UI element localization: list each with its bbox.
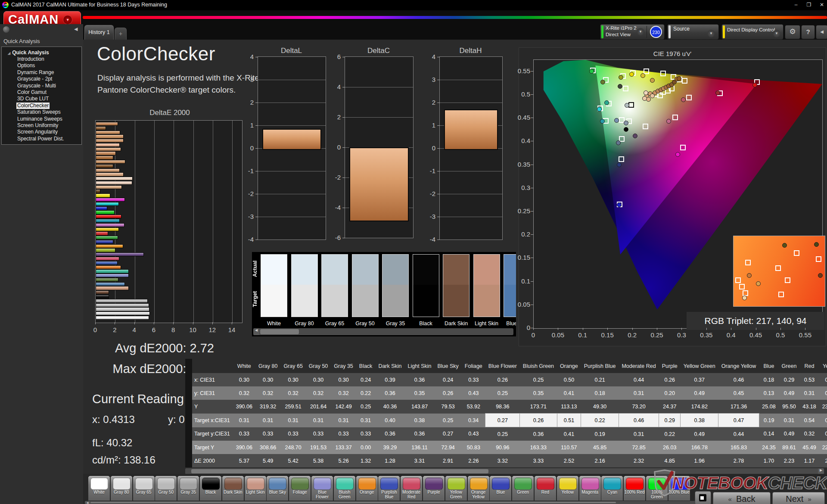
- chevron-down-icon[interactable]: ▼: [773, 30, 780, 37]
- legend-item-light-skin[interactable]: Light Skin: [245, 476, 266, 501]
- cell-target-x-cie31-purplish-blue[interactable]: 0.22: [581, 414, 619, 427]
- tab-history-1[interactable]: History 1: [84, 25, 114, 40]
- table-scrollbar[interactable]: ▶: [185, 468, 824, 474]
- tree-expander-icon[interactable]: ◢: [8, 51, 10, 55]
- sidebar-item-screen-uniformity[interactable]: Screen Uniformity: [16, 122, 59, 129]
- legend-chip: [470, 478, 488, 490]
- logo-dropdown-icon[interactable]: ▼: [63, 15, 72, 25]
- legend-item-blue-sky[interactable]: Blue Sky: [267, 476, 288, 501]
- cell-y-bluish-green: 173.71: [520, 400, 557, 414]
- tick-mark: [780, 328, 781, 330]
- minimize-icon[interactable]: –: [790, 0, 802, 10]
- legend-item-yellow[interactable]: Yellow: [557, 476, 578, 501]
- reading-x: x: 0.4313: [92, 414, 135, 426]
- patch-target: [261, 285, 287, 317]
- source-dropdown[interactable]: Source ▼: [667, 24, 719, 40]
- legend-item-blue-flower[interactable]: Blue Flower: [311, 476, 333, 501]
- swatch-scrollbar[interactable]: ◀: [253, 328, 513, 335]
- record-dot-icon[interactable]: [3, 26, 9, 33]
- sidebar-item-luminance-sweeps[interactable]: Luminance Sweeps: [16, 116, 63, 122]
- maximize-icon[interactable]: ❐: [803, 0, 815, 10]
- cell-target-x-cie31-purple[interactable]: 0.29: [659, 414, 681, 427]
- legend-item-white[interactable]: White: [88, 476, 110, 501]
- legend-item-green[interactable]: Green: [512, 476, 534, 501]
- cell-target-x-cie31-moderate-red[interactable]: 0.46: [619, 414, 659, 427]
- sidebar-item-grayscale-multi[interactable]: Grayscale - Multi: [16, 83, 57, 89]
- legend-item-gray-65[interactable]: Gray 65: [133, 476, 155, 501]
- chevron-down-icon[interactable]: ▼: [707, 30, 715, 37]
- sidebar-item-spectral-power-dist[interactable]: Spectral Power Dist.: [16, 136, 65, 142]
- scroll-right-icon[interactable]: ▶: [818, 468, 824, 474]
- legend-item-100-green[interactable]: 100% Green: [646, 476, 668, 501]
- legend-item-moderate-red[interactable]: Moderate Red: [401, 476, 422, 501]
- patch-gray-50: Gray 50: [352, 254, 379, 317]
- scrollbar-thumb[interactable]: [260, 329, 299, 334]
- legend-scrollbar[interactable]: ◀: [85, 501, 705, 504]
- cell-target-x-cie31-blue-flower[interactable]: 0.27: [485, 414, 520, 427]
- layout-toggle-button[interactable]: [695, 491, 711, 504]
- sidebar-tree: ◢Quick Analysis IntroductionOptionsDynam…: [1, 47, 82, 145]
- back-button[interactable]: « Back: [713, 492, 771, 504]
- legend-item-gray-80[interactable]: Gray 80: [111, 476, 132, 501]
- cell-target-x-cie31-yellow-green[interactable]: 0.38: [681, 414, 718, 427]
- cell-target-x-cie31-bluish-green[interactable]: 0.26: [520, 414, 557, 427]
- sidebar-item-saturation-sweeps[interactable]: Saturation Sweeps: [16, 109, 62, 115]
- gear-icon[interactable]: ⚙: [785, 25, 800, 39]
- source-label: Source: [673, 26, 690, 32]
- collapse-right-icon[interactable]: ◀: [816, 25, 827, 39]
- legend-item-purplish-blue[interactable]: Purplish Blue: [378, 476, 400, 501]
- legend-item-dark-skin[interactable]: Dark Skin: [222, 476, 244, 501]
- gridline: [258, 217, 326, 217]
- legend-item-100-red[interactable]: 100% Red: [624, 476, 645, 501]
- legend-chip: [90, 478, 108, 490]
- legend-item-gray-35[interactable]: Gray 35: [177, 476, 199, 501]
- cell-x-cie31-black: 0.24: [356, 373, 376, 386]
- deltae-bar: [96, 126, 106, 130]
- add-tab-button[interactable]: +: [115, 28, 127, 40]
- scroll-left-icon[interactable]: ◀: [253, 328, 259, 335]
- legend-item-100-blue[interactable]: 100% Blue: [668, 476, 690, 501]
- meter-dropdown[interactable]: X-Rite i1Pro 2 Direct View ▼ 230: [600, 24, 665, 40]
- legend-item-blue[interactable]: Blue: [490, 476, 511, 501]
- legend-item-magenta[interactable]: Magenta: [579, 476, 601, 501]
- sidebar-item-3d-cube-lut[interactable]: 3D Cube LUT: [16, 96, 50, 102]
- sidebar-item-colorchecker[interactable]: ColorChecker: [16, 103, 50, 109]
- scrollbar-thumb[interactable]: [191, 469, 488, 473]
- sidebar-root-item[interactable]: ◢Quick Analysis: [8, 50, 81, 56]
- legend-item-purple[interactable]: Purple: [423, 476, 445, 501]
- cell-target-x-cie31-orange-yellow[interactable]: 0.47: [718, 414, 759, 427]
- legend-item-red[interactable]: Red: [535, 476, 556, 501]
- legend-item-bluish-green[interactable]: Bluish Green: [334, 476, 355, 501]
- scrollbar-thumb[interactable]: [90, 502, 616, 503]
- tick-mark: [531, 305, 533, 305]
- legend-item-gray-50[interactable]: Gray 50: [155, 476, 177, 501]
- sidebar-item-color-gamut[interactable]: Color Gamut: [16, 89, 47, 96]
- tick-mark: [342, 238, 345, 238]
- meter-reading-badge[interactable]: 230: [650, 26, 662, 38]
- cell-target-x-cie31-foliage: 0.34: [462, 414, 485, 427]
- close-icon[interactable]: ✕: [816, 0, 827, 10]
- sidebar-item-screen-angularity[interactable]: Screen Angularity: [16, 129, 59, 135]
- rainbow-strip: [83, 16, 827, 19]
- help-button[interactable]: ?: [801, 25, 815, 39]
- sidebar-item-options[interactable]: Options: [16, 62, 36, 69]
- scroll-left-icon[interactable]: ◀: [85, 501, 90, 504]
- cell-x-cie31-orange: 0.50: [557, 373, 581, 386]
- legend-item-yellow-green[interactable]: Yellow Green: [445, 476, 467, 501]
- legend-item-orange[interactable]: Orange: [356, 476, 378, 501]
- cell-target-y-gray-35: 133.37: [331, 441, 356, 454]
- display-control-dropdown[interactable]: Direct Display Control ▼: [721, 24, 783, 40]
- sidebar-collapse-icon[interactable]: ◀: [74, 26, 78, 32]
- legend-item-black[interactable]: Black: [200, 476, 221, 501]
- legend-label: Purple: [423, 490, 445, 495]
- legend-item-cyan[interactable]: Cyan: [601, 476, 623, 501]
- legend-item-foliage[interactable]: Foliage: [289, 476, 311, 501]
- sidebar-item-dynamic-range[interactable]: Dynamic Range: [16, 69, 55, 76]
- sidebar-item-introduction[interactable]: Introduction: [16, 56, 45, 62]
- patch-light-skin: Light Skin: [473, 254, 500, 317]
- y-tick-label: 2: [328, 113, 341, 121]
- chevron-down-icon[interactable]: ▼: [637, 28, 644, 36]
- cell-target-x-cie31-orange[interactable]: 0.51: [557, 414, 581, 427]
- sidebar-item-grayscale-2pt[interactable]: Grayscale - 2pt: [16, 76, 53, 82]
- legend-item-orange-yellow[interactable]: Orange Yellow: [468, 476, 489, 501]
